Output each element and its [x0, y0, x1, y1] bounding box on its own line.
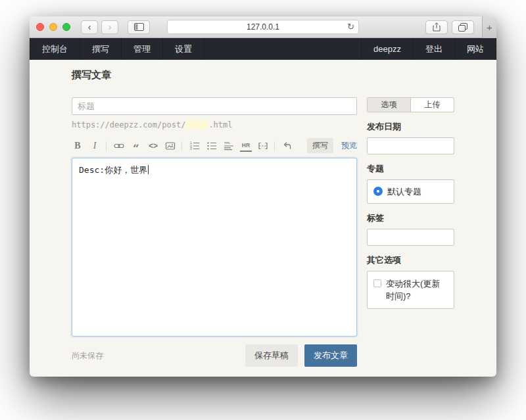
admin-navbar: 控制台 撰写 管理 设置 deepzz 登出 网站 [30, 38, 496, 60]
history-nav-group: ‹ › [81, 20, 118, 34]
back-button[interactable]: ‹ [81, 20, 98, 34]
editor-toolbar: B I “ <> [72, 138, 357, 153]
slug-editable-field[interactable] [186, 120, 208, 129]
close-window-button[interactable] [36, 23, 44, 31]
topic-panel: 默认专题 [367, 179, 454, 204]
topic-option-label: 默认专题 [387, 186, 421, 197]
permalink-preview: https://deepzz.com/post/.html [72, 120, 357, 129]
other-options-label: 其它选项 [367, 254, 454, 266]
nav-item-logout[interactable]: 登出 [413, 38, 454, 60]
options-sidebar: 选项 上传 发布日期 专题 默认专题 标签 其它选项 [367, 97, 454, 367]
unordered-list-icon [206, 141, 217, 151]
other-options-panel: 变动很大(更新时间)? [367, 271, 454, 309]
titlebar-right-group [425, 20, 474, 34]
radio-selected-icon[interactable] [373, 187, 383, 196]
link-icon [114, 141, 124, 151]
ordered-list-button[interactable]: 1 2 3 [189, 140, 201, 152]
toolbar-divider [106, 141, 107, 151]
post-content-text: Desc:你好，世界 [79, 165, 147, 175]
undo-icon [282, 141, 293, 151]
save-status-text: 尚未保存 [72, 350, 103, 362]
slug-prefix: https://deepzz.com/post/ [72, 120, 185, 129]
unordered-list-button[interactable] [206, 140, 218, 152]
forward-button[interactable]: › [101, 20, 118, 34]
text-caret [148, 165, 149, 174]
preview-mode-tab[interactable]: 预览 [341, 140, 357, 151]
navbar-right-group: deepzz 登出 网站 [361, 38, 496, 60]
topic-label: 专题 [367, 163, 454, 175]
publish-date-label: 发布日期 [367, 121, 454, 133]
address-bar[interactable]: 127.0.0.1 ↻ [167, 20, 359, 34]
link-button[interactable] [113, 140, 125, 152]
browser-titlebar: ‹ › 127.0.0.1 ↻ [30, 16, 496, 38]
tags-input[interactable] [367, 229, 454, 246]
publish-date-input[interactable] [367, 137, 454, 154]
tab-overview-button[interactable] [452, 20, 474, 34]
nav-item-user[interactable]: deepzz [361, 38, 413, 60]
url-text: 127.0.0.1 [247, 22, 279, 32]
tabs-icon [458, 23, 467, 32]
other-option-row[interactable]: 变动很大(更新时间)? [373, 277, 448, 302]
page-content: 撰写文章 https://deepzz.com/post/.html B I [30, 60, 496, 377]
reload-icon[interactable]: ↻ [347, 20, 354, 34]
toolbar-divider [274, 141, 275, 151]
nav-item-site[interactable]: 网站 [454, 38, 496, 60]
traffic-lights [36, 23, 70, 31]
publish-button[interactable]: 发布文章 [304, 344, 357, 367]
tab-options[interactable]: 选项 [368, 98, 411, 112]
heading-icon: TITL [224, 141, 234, 151]
post-content-textarea[interactable]: Desc:你好，世界 [72, 158, 357, 337]
blockquote-button[interactable]: “ [130, 140, 142, 152]
svg-text:TITL: TITL [224, 141, 231, 145]
browser-window: ‹ › 127.0.0.1 ↻ [30, 16, 496, 377]
nav-item-console[interactable]: 控制台 [30, 38, 80, 60]
image-icon [165, 141, 176, 151]
tab-upload[interactable]: 上传 [411, 98, 454, 112]
code-button[interactable]: <> [147, 140, 159, 152]
checkbox-unchecked-icon[interactable] [373, 279, 381, 287]
new-tab-button[interactable]: + [482, 16, 496, 38]
svg-text:3: 3 [190, 147, 192, 151]
nav-item-settings[interactable]: 设置 [163, 38, 204, 60]
horizontal-rule-button[interactable]: HR [240, 140, 252, 152]
save-draft-button[interactable]: 保存草稿 [245, 344, 298, 367]
page-break-button[interactable] [257, 140, 269, 152]
zoom-window-button[interactable] [62, 23, 70, 31]
post-title-input[interactable] [72, 97, 357, 115]
sidebar-tabs: 选项 上传 [367, 97, 454, 112]
italic-button[interactable]: I [89, 140, 101, 152]
sidebar-icon [134, 23, 144, 31]
navbar-spacer [204, 38, 361, 60]
toolbar-divider [181, 141, 182, 151]
image-button[interactable] [164, 140, 176, 152]
page-break-icon [258, 141, 268, 151]
minimize-window-button[interactable] [49, 23, 57, 31]
share-button[interactable] [425, 20, 448, 34]
slug-suffix: .html [208, 120, 232, 129]
bold-button[interactable]: B [72, 140, 84, 152]
sidebar-toggle-button[interactable] [128, 20, 150, 34]
page-title: 撰写文章 [72, 60, 454, 82]
topic-option-row[interactable]: 默认专题 [373, 186, 448, 197]
editor-column: https://deepzz.com/post/.html B I “ <> [72, 97, 357, 367]
tags-label: 标签 [367, 212, 454, 224]
nav-item-manage[interactable]: 管理 [122, 38, 163, 60]
share-icon [433, 22, 441, 32]
editor-footer: 尚未保存 保存草稿 发布文章 [72, 344, 357, 367]
action-buttons: 保存草稿 发布文章 [245, 344, 357, 367]
heading-button[interactable]: TITL [223, 140, 235, 152]
ordered-list-icon: 1 2 3 [189, 141, 200, 151]
write-mode-tab[interactable]: 撰写 [307, 138, 333, 153]
other-option-label: 变动很大(更新时间)? [386, 277, 448, 302]
nav-item-write[interactable]: 撰写 [80, 38, 122, 60]
undo-button[interactable] [281, 140, 293, 152]
